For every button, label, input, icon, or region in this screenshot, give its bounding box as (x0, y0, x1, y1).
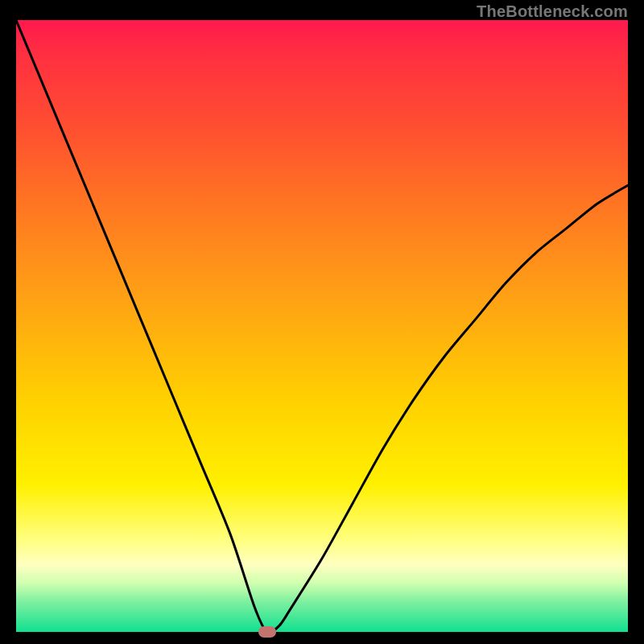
bottleneck-curve (16, 20, 628, 632)
curve-layer (16, 20, 628, 632)
minimum-marker (258, 626, 276, 638)
chart-frame: TheBottleneck.com (0, 0, 644, 644)
watermark-text: TheBottleneck.com (477, 2, 628, 21)
